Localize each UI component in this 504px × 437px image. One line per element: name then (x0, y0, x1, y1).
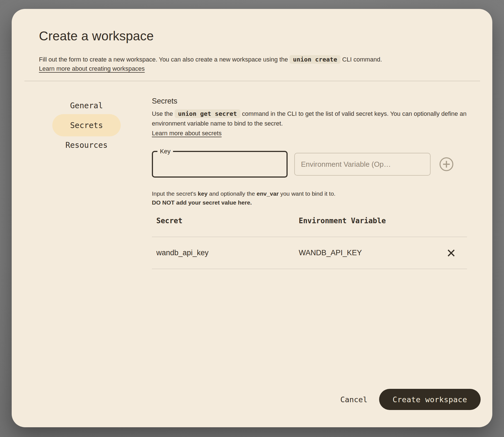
nav-item-resources[interactable]: Resources (65, 136, 108, 154)
environment-variable-input[interactable] (294, 153, 431, 176)
modal-backdrop[interactable]: Create a workspace Fill out the form to … (0, 0, 504, 437)
circled-plus-icon (439, 157, 454, 172)
description-text-after: CLI command. (340, 56, 382, 63)
helper-warning: DO NOT add your secret value here. (152, 199, 252, 206)
create-workspace-button[interactable]: Create workspace (379, 389, 481, 410)
learn-more-workspaces-link[interactable]: Learn more about creating workspaces (39, 65, 145, 72)
dialog-header: Create a workspace Fill out the form to … (12, 9, 492, 72)
dialog-footer: Cancel Create workspace (335, 389, 481, 410)
secret-cell: wandb_api_key (156, 249, 299, 257)
cli-command-chip: union create (290, 55, 340, 64)
secrets-desc-before: Use the (152, 110, 175, 117)
helper-text: you want to bind it to. (279, 190, 335, 197)
learn-more-secrets-link[interactable]: Learn more about secrets (152, 130, 222, 137)
secrets-table-header: Secret Environment Variable (152, 217, 467, 225)
helper-text: Input the secret's (152, 190, 198, 197)
helper-text: and optionally the (207, 190, 256, 197)
column-header-secret: Secret (156, 217, 299, 225)
key-field-label: Key (157, 147, 173, 156)
environment-variable-cell: WANDB_API_KEY (299, 249, 446, 257)
header-divider (24, 81, 480, 81)
description-text-before: Fill out the form to create a new worksp… (39, 56, 290, 63)
cancel-button[interactable]: Cancel (335, 392, 373, 407)
secrets-description: Use the union get secret command in the … (152, 109, 467, 128)
helper-envvar-emphasis: env_var (256, 190, 278, 197)
nav-item-general[interactable]: General (70, 97, 103, 114)
secret-key-input[interactable] (153, 152, 286, 176)
dialog-title: Create a workspace (39, 28, 465, 43)
table-row: wandb_api_key WANDB_API_KEY (152, 237, 467, 269)
table-divider (152, 269, 467, 269)
secret-form-row: Key (152, 151, 467, 178)
delete-secret-button[interactable] (446, 248, 456, 258)
add-secret-button[interactable] (439, 157, 454, 172)
dialog-body: General Secrets Resources Secrets Use th… (12, 97, 492, 269)
create-workspace-dialog: Create a workspace Fill out the form to … (12, 9, 492, 427)
dialog-side-nav: General Secrets Resources (12, 97, 152, 154)
secret-helper-text: Input the secret's key and optionally th… (152, 189, 467, 207)
secrets-heading: Secrets (152, 97, 467, 105)
cli-get-secret-chip: union get secret (175, 109, 240, 118)
x-icon (447, 249, 456, 257)
dialog-description: Fill out the form to create a new worksp… (39, 55, 465, 65)
secrets-table: Secret Environment Variable wandb_api_ke… (152, 217, 467, 269)
column-header-environment-variable: Environment Variable (299, 217, 467, 225)
secrets-section: Secrets Use the union get secret command… (152, 97, 492, 269)
helper-key-emphasis: key (198, 190, 207, 197)
secret-key-field: Key (152, 151, 288, 178)
nav-item-secrets[interactable]: Secrets (52, 114, 121, 136)
